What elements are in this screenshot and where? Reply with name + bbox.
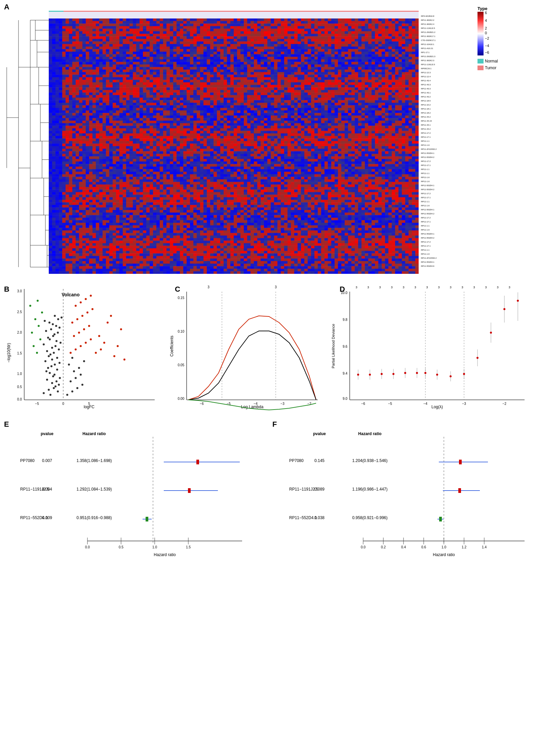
svg-point-141 (57, 318, 59, 320)
svg-text:RP11-17.2: RP11-17.2 (421, 241, 431, 243)
svg-point-135 (50, 328, 52, 330)
y-tick-00: 0.0 (17, 397, 22, 401)
panel-b-label: B (4, 285, 9, 293)
svg-text:RP11-1.1: RP11-1.1 (421, 172, 430, 174)
c-x-neg4: −4 (254, 402, 258, 406)
c-y-005: 0.05 (178, 363, 185, 367)
svg-point-108 (59, 377, 61, 379)
svg-point-113 (50, 365, 52, 367)
svg-point-219 (503, 308, 505, 310)
svg-text:RP11-17.1: RP11-17.1 (421, 164, 431, 166)
dendrogram-left (7, 20, 49, 267)
svg-text:RP11-1191J2.5: RP11-1191J2.5 (421, 64, 435, 66)
y-tick-10: 1.0 (17, 372, 22, 376)
svg-text:RP11-18.1: RP11-18.1 (421, 108, 431, 110)
d-y-100: 10.0 (341, 291, 348, 295)
f-row3-hr: 0.958(0.921−0.996) (352, 515, 387, 520)
svg-point-217 (490, 332, 492, 334)
svg-text:RP11-43.4: RP11-43.4 (421, 80, 431, 82)
svg-point-103 (51, 382, 53, 384)
svg-point-164 (83, 328, 85, 330)
svg-text:RP11-44.15: RP11-44.15 (421, 120, 432, 122)
svg-point-109 (49, 372, 51, 374)
svg-text:RP11-1.1: RP11-1.1 (421, 201, 430, 203)
svg-point-182 (117, 345, 119, 347)
svg-point-131 (52, 335, 54, 337)
d-top-3-5: 3 (403, 286, 404, 289)
svg-text:RP11-552D4.1: RP11-552D4.1 (421, 152, 434, 154)
svg-point-126 (51, 347, 53, 349)
d-top-3-8: 3 (438, 286, 439, 289)
svg-point-161 (90, 338, 92, 340)
svg-point-114 (47, 367, 49, 369)
svg-text:RP11-1.1: RP11-1.1 (421, 168, 430, 170)
scale-label-0: 0 (485, 31, 487, 35)
f-label-10: 1.0 (442, 545, 446, 549)
d-x-neg3: −3 (462, 402, 466, 406)
svg-text:RP11-10.2: RP11-10.2 (421, 104, 431, 106)
svg-point-138 (59, 327, 61, 329)
e-row1-gene: PP7080 (20, 458, 35, 463)
svg-point-119 (48, 355, 50, 357)
svg-point-213 (463, 373, 465, 375)
svg-point-133 (57, 332, 59, 334)
e-row2-point (188, 488, 191, 493)
svg-point-120 (56, 357, 58, 359)
d-top-3-14: 3 (508, 286, 510, 289)
svg-text:RP11-17.1: RP11-17.1 (421, 221, 431, 223)
d-top-3-9: 3 (450, 286, 451, 289)
volcano-y-label: −log10(fdr) (6, 343, 11, 363)
svg-text:RP1-17.1: RP1-17.1 (421, 51, 430, 53)
svg-point-106 (55, 380, 58, 382)
e-x-label: Hazard ratio (154, 552, 176, 557)
c-top-3-1: 3 (207, 285, 209, 289)
x-tick-0: 0 (62, 402, 64, 406)
scale-label-6: 6 (485, 11, 487, 15)
f-label-14: 1.4 (482, 545, 487, 549)
d-y-96: 9.6 (343, 345, 347, 348)
scale-label-neg4: −4 (485, 44, 489, 48)
svg-text:RP11-1.6: RP11-1.6 (421, 176, 430, 178)
d-top-3-1: 3 (355, 286, 357, 289)
c-x-neg6: −6 (200, 402, 204, 406)
svg-text:RP11-44.1: RP11-44.1 (421, 124, 431, 126)
svg-text:RP11-43.3: RP11-43.3 (421, 84, 431, 86)
f-row3-pval: 0.038 (314, 515, 324, 520)
svg-point-125 (54, 345, 56, 347)
svg-text:RP11-17.1: RP11-17.1 (421, 136, 431, 138)
e-label-00: 0.0 (85, 545, 90, 549)
scale-label-neg6: −6 (485, 50, 489, 54)
d-top-3-6: 3 (414, 286, 416, 289)
c-top-3-2: 3 (275, 285, 277, 289)
f-label-02: 0.2 (381, 545, 386, 549)
e-row3-pval: 0.009 (42, 515, 52, 520)
normal-legend-color (477, 59, 484, 64)
svg-point-122 (49, 353, 51, 355)
svg-point-153 (78, 367, 80, 369)
d-top-3-11: 3 (473, 286, 475, 289)
c-y-000: 0.00 (178, 397, 185, 401)
svg-point-186 (33, 345, 35, 347)
f-row3-point (439, 517, 442, 521)
svg-point-127 (60, 342, 62, 344)
svg-point-162 (73, 335, 75, 337)
d-y-98: 9.8 (343, 318, 347, 322)
svg-text:RP11-291B21.2: RP11-291B21.2 (421, 31, 435, 33)
svg-text:RP11-1.1: RP11-1.1 (421, 140, 430, 142)
d-top-3-2: 3 (367, 286, 369, 289)
svg-point-215 (476, 357, 478, 359)
svg-point-177 (98, 335, 100, 337)
panel-f-label: F (272, 420, 277, 428)
e-label-10: 1.0 (152, 545, 157, 549)
svg-point-193 (37, 300, 39, 302)
svg-text:CTD-2020K17.1: CTD-2020K17.1 (421, 39, 436, 41)
svg-point-104 (58, 384, 60, 386)
e-row1-point (196, 460, 199, 464)
svg-text:RP11-A10.21: RP11-A10.21 (421, 47, 433, 49)
svg-text:RP11-362K2.4: RP11-362K2.4 (421, 23, 434, 25)
f-x-label: Hazard ratio (433, 552, 455, 557)
svg-text:RP11-552D4.6: RP11-552D4.6 (421, 265, 434, 267)
svg-point-192 (29, 305, 31, 307)
svg-point-105 (46, 379, 48, 381)
svg-text:RP11-43.3: RP11-43.3 (421, 88, 431, 90)
